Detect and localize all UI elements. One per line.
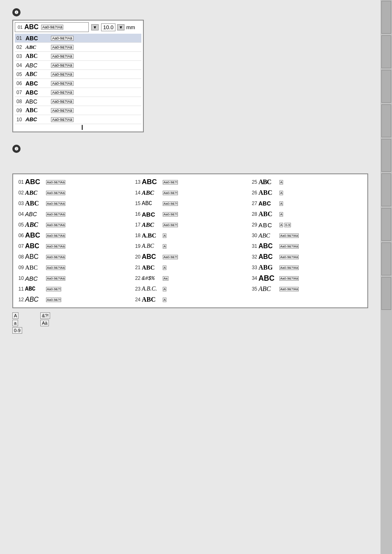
- grid-num: 02: [16, 190, 24, 196]
- selected-preview: ABC: [24, 23, 39, 31]
- grid-item-06[interactable]: 06 ABC Aa0-9&?!Aä: [16, 230, 131, 241]
- grid-chars: A: [163, 298, 166, 302]
- legend-right: &?! Aä: [40, 312, 52, 334]
- grid-preview: &#$%: [142, 275, 161, 282]
- grid-num: 26: [250, 190, 257, 196]
- sidebar-tab-1[interactable]: [381, 1, 391, 34]
- dropdown-header: 01 ABC Aa0-9&?!Aä ▼ 10.0 ▼ mm: [15, 22, 141, 32]
- grid-item-14[interactable]: 14 ABC Aa0-9&?!: [132, 187, 248, 198]
- grid-chars: Aa0-9&?!Aä: [46, 180, 65, 185]
- grid-item-05[interactable]: 05 ABC Aa0-9&?!Aä: [16, 219, 131, 230]
- font-item-6[interactable]: 07 ABC Aa0-9&?!Aä: [15, 88, 141, 97]
- grid-num: 10: [16, 275, 24, 281]
- font-item-8[interactable]: 09 ABC Aa0-9&?!Aä: [15, 106, 141, 115]
- sidebar-tab-7[interactable]: [381, 208, 391, 241]
- sidebar-tab-9[interactable]: [381, 277, 391, 310]
- legend-numbers: 0-9: [12, 327, 24, 334]
- font-item-7[interactable]: 08 ABC Aa0-9&?!Aä: [15, 97, 141, 106]
- grid-chars: A: [279, 212, 283, 217]
- font-item-3[interactable]: 04 ABC Aa0-9&?!Aä: [15, 61, 141, 70]
- grid-item-08[interactable]: 08 ABC Aa0-9&?!Aä: [16, 252, 131, 262]
- grid-item-26[interactable]: 26 ABC A: [249, 187, 365, 198]
- grid-item-04[interactable]: 04 ABC Aa0-9&?!Aä: [16, 209, 131, 219]
- grid-item-22[interactable]: 22 &#$% Aa: [132, 273, 248, 284]
- grid-item-31[interactable]: 31 ABC Aa0-9&?!Aä: [249, 241, 365, 252]
- font-item-5[interactable]: 06 ABC Aa0-9&?!Aä: [15, 79, 141, 88]
- legend-box-extended: Aä: [40, 320, 49, 326]
- sidebar-tab-6[interactable]: [381, 173, 391, 206]
- grid-preview: ABC: [25, 275, 45, 282]
- grid-preview: A.B.C.: [142, 286, 161, 292]
- grid-item-07[interactable]: 07 ABC Aa0-9&?!Aä: [16, 241, 131, 252]
- size-arrow-btn[interactable]: ▼: [117, 24, 125, 30]
- grid-item-29[interactable]: 29 ABC A 0-9: [249, 219, 365, 230]
- font-item-4[interactable]: 05 ABC Aa0-9&?!Aä: [15, 70, 141, 79]
- grid-item-03[interactable]: 03 ABC Aa0-9&?!Aä: [16, 198, 131, 209]
- font-item-9[interactable]: 10 ABC Aa0-9&?!Aä: [15, 115, 141, 124]
- grid-chars: A: [279, 223, 283, 227]
- grid-preview: ABC: [258, 242, 278, 250]
- sidebar-tab-4[interactable]: [381, 104, 391, 137]
- grid-item-13[interactable]: 13 ABC Aa0-9&?!: [132, 177, 248, 187]
- grid-num: 20: [133, 254, 141, 260]
- grid-item-17[interactable]: 17 ABC Aa0-9&?!: [132, 219, 248, 230]
- font-item-1[interactable]: 02 ABC Aa0-9&?!Aä: [15, 43, 141, 52]
- selected-font-display[interactable]: 01 ABC Aa0-9&?!Aä: [15, 22, 89, 32]
- grid-item-24[interactable]: 24 ABC A: [132, 294, 248, 305]
- grid-preview: ABC: [142, 264, 161, 271]
- grid-chars2: 0-9: [284, 223, 291, 227]
- grid-item-20[interactable]: 20 ABC Aa0-9&?!: [132, 252, 248, 262]
- grid-num: 14: [133, 190, 141, 196]
- font-list[interactable]: 01 ABC Aa0-9&?!Aä 02 ABC Aa0-9&?!Aä 03 A…: [15, 34, 141, 124]
- grid-col2: 13 ABC Aa0-9&?! 14 ABC Aa0-9&?! 15 ABC A…: [132, 177, 248, 305]
- grid-num: 17: [133, 222, 141, 228]
- font-item-0[interactable]: 01 ABC Aa0-9&?!Aä: [15, 34, 141, 43]
- grid-chars: Aa0-9&?!Aä: [46, 191, 65, 195]
- grid-preview: ABC: [25, 189, 45, 196]
- dropdown-arrow-btn[interactable]: ▼: [91, 24, 99, 30]
- section1-number: ❶: [12, 8, 21, 16]
- grid-item-18[interactable]: 18 A.BC A: [132, 230, 248, 241]
- grid-item-25[interactable]: 25 ABC A: [249, 177, 365, 187]
- sidebar-tab-3[interactable]: [381, 70, 391, 103]
- grid-chars: A: [279, 180, 283, 185]
- grid-chars: Aa0-9&?!Aä: [279, 265, 299, 270]
- grid-item-01[interactable]: 01 ABC Aa0-9&?!Aä: [16, 177, 131, 187]
- grid-num: 30: [250, 233, 257, 238]
- grid-item-35[interactable]: 35 ABC Aa0-9&?!Aä: [249, 284, 365, 294]
- grid-item-23[interactable]: 23 A.B.C. A: [132, 284, 248, 294]
- sidebar-tab-8[interactable]: [381, 242, 391, 275]
- grid-item-21[interactable]: 21 ABC A: [132, 262, 248, 273]
- font-preview: ABC: [25, 89, 50, 96]
- font-size-value[interactable]: 10.0: [101, 23, 115, 31]
- font-item-2[interactable]: 03 ABC Aa0-9&?!Aä: [15, 52, 141, 61]
- grid-col1: 01 ABC Aa0-9&?!Aä 02 ABC Aa0-9&?!Aä 03 A…: [16, 177, 131, 305]
- font-preview: ABC: [25, 35, 50, 42]
- grid-preview: ABC: [258, 178, 278, 186]
- grid-item-15[interactable]: 15 ABC Aa0-9&?!: [132, 198, 248, 209]
- grid-item-28[interactable]: 28 ABC A: [249, 209, 365, 219]
- grid-chars: A: [279, 191, 283, 195]
- font-num: 04: [16, 62, 25, 68]
- grid-item-11[interactable]: 11 ABC Aa0-9&?!: [16, 284, 131, 294]
- grid-item-30[interactable]: 30 ABC Aa0-9&?!Aä: [249, 230, 365, 241]
- grid-item-27[interactable]: 27 ABC A: [249, 198, 365, 209]
- sidebar-tab-2[interactable]: [381, 35, 391, 68]
- grid-num: 35: [250, 286, 257, 292]
- grid-item-32[interactable]: 32 ABC Aa0-9&?!Aä: [249, 252, 365, 262]
- grid-item-16[interactable]: 16 ABC Aa0-9&?!: [132, 209, 248, 219]
- grid-item-34[interactable]: 34 ABC Aa0-9&?!Aä: [249, 273, 365, 284]
- sidebar-tab-5[interactable]: [381, 139, 391, 172]
- grid-chars: Aa0-9&?!Aä: [279, 287, 299, 291]
- grid-item-33[interactable]: 33 ABG Aa0-9&?!Aä: [249, 262, 365, 273]
- grid-item-10[interactable]: 10 ABC Aa0-9&?!Aä: [16, 273, 131, 284]
- grid-chars: Aa0-9&?!Aä: [279, 276, 299, 281]
- section1: ❶ 01 ABC Aa0-9&?!Aä ▼ 10.0 ▼ mm: [12, 8, 368, 132]
- grid-item-09[interactable]: 09 ABC Aa0-9&?!Aä: [16, 262, 131, 273]
- grid-preview: ABC: [142, 253, 161, 261]
- font-chars: Aa0-9&?!Aä: [51, 45, 74, 50]
- grid-item-19[interactable]: 19 A.BC A: [132, 241, 248, 252]
- grid-num: 33: [250, 265, 257, 270]
- grid-item-02[interactable]: 02 ABC Aa0-9&?!Aä: [16, 187, 131, 198]
- grid-item-12[interactable]: 12 ABC Aa0-9&?!: [16, 294, 131, 305]
